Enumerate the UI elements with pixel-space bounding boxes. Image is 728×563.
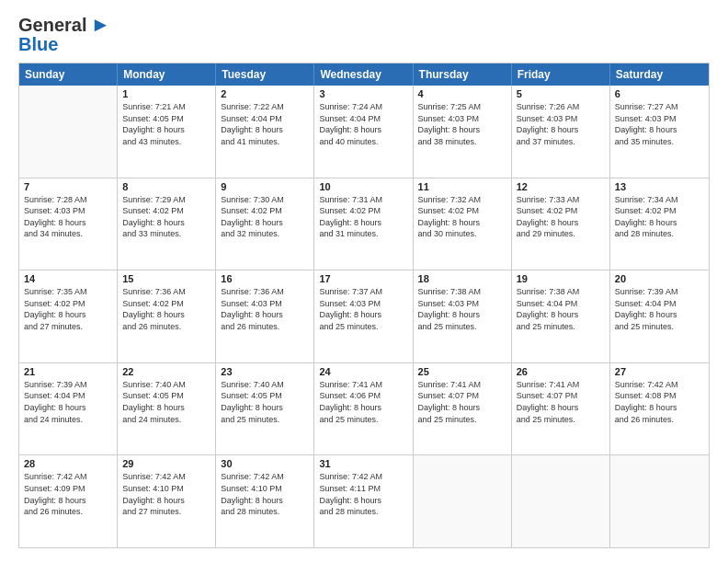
calendar-week-row: 14Sunrise: 7:35 AMSunset: 4:02 PMDayligh… — [19, 270, 709, 362]
cell-info-line: Daylight: 8 hours — [221, 495, 309, 507]
day-number: 26 — [517, 366, 605, 377]
cell-info-line: Daylight: 8 hours — [319, 217, 407, 229]
cell-info-line: Daylight: 8 hours — [517, 217, 605, 229]
cell-info-line: and 28 minutes. — [221, 506, 309, 518]
cell-info-line: Daylight: 8 hours — [122, 495, 210, 507]
day-number: 27 — [615, 366, 704, 377]
weekday-header: Wednesday — [314, 63, 413, 86]
calendar-cell: 4Sunrise: 7:25 AMSunset: 4:03 PMDaylight… — [414, 86, 512, 178]
day-number: 3 — [319, 88, 407, 99]
weekday-header: Saturday — [610, 63, 709, 86]
calendar-cell: 17Sunrise: 7:37 AMSunset: 4:03 PMDayligh… — [314, 270, 413, 362]
cell-info-line: and 38 minutes. — [418, 136, 506, 148]
day-number: 23 — [221, 366, 309, 377]
day-number: 12 — [517, 181, 605, 192]
cell-info-line: and 33 minutes. — [122, 228, 210, 240]
cell-info-line: and 26 minutes. — [221, 321, 309, 333]
cell-info-line: Daylight: 8 hours — [418, 124, 506, 136]
calendar-week-row: 28Sunrise: 7:42 AMSunset: 4:09 PMDayligh… — [19, 454, 709, 547]
day-number: 1 — [122, 88, 210, 99]
calendar-cell: 13Sunrise: 7:34 AMSunset: 4:02 PMDayligh… — [610, 178, 709, 270]
cell-info-line: Daylight: 8 hours — [319, 124, 407, 136]
day-number: 31 — [319, 458, 407, 469]
cell-info-line: Sunset: 4:03 PM — [418, 113, 506, 125]
cell-info-line: and 27 minutes. — [122, 506, 210, 518]
day-number: 22 — [122, 366, 210, 377]
cell-info-line: Daylight: 8 hours — [221, 217, 309, 229]
calendar-cell: 9Sunrise: 7:30 AMSunset: 4:02 PMDaylight… — [216, 178, 314, 270]
cell-info-line: Sunset: 4:05 PM — [122, 113, 210, 125]
cell-info-line: Sunset: 4:07 PM — [517, 390, 605, 402]
cell-info-line: Daylight: 8 hours — [319, 402, 407, 414]
weekday-header: Tuesday — [216, 63, 314, 86]
cell-info-line: Daylight: 8 hours — [221, 402, 309, 414]
cell-info-line: Sunset: 4:10 PM — [221, 483, 309, 495]
calendar-cell: 3Sunrise: 7:24 AMSunset: 4:04 PMDaylight… — [314, 86, 413, 178]
cell-info-line: and 30 minutes. — [418, 228, 506, 240]
cell-info-line: and 25 minutes. — [418, 414, 506, 426]
calendar-week-row: 7Sunrise: 7:28 AMSunset: 4:03 PMDaylight… — [19, 178, 709, 270]
cell-info-line: Sunset: 4:03 PM — [319, 298, 407, 310]
cell-info-line: Sunset: 4:02 PM — [122, 205, 210, 217]
cell-info-line: Daylight: 8 hours — [24, 217, 112, 229]
calendar-cell: 29Sunrise: 7:42 AMSunset: 4:10 PMDayligh… — [118, 455, 216, 547]
cell-info-line: Sunset: 4:03 PM — [24, 205, 112, 217]
cell-info-line: Sunset: 4:04 PM — [319, 113, 407, 125]
cell-info-line: Sunrise: 7:42 AM — [221, 471, 309, 483]
cell-info-line: Sunrise: 7:27 AM — [615, 101, 704, 113]
cell-info-line: Sunset: 4:04 PM — [24, 390, 112, 402]
cell-info-line: and 25 minutes. — [517, 321, 605, 333]
cell-info-line: Sunrise: 7:42 AM — [319, 471, 407, 483]
cell-info-line: and 43 minutes. — [122, 136, 210, 148]
cell-info-line: Daylight: 8 hours — [615, 402, 704, 414]
day-number: 8 — [122, 181, 210, 192]
cell-info-line: Sunrise: 7:36 AM — [122, 286, 210, 298]
cell-info-line: Sunrise: 7:29 AM — [122, 194, 210, 206]
day-number: 6 — [615, 88, 704, 99]
day-number: 2 — [221, 88, 309, 99]
cell-info-line: and 26 minutes. — [24, 506, 112, 518]
cell-info-line: Sunrise: 7:36 AM — [221, 286, 309, 298]
cell-info-line: and 26 minutes. — [122, 321, 210, 333]
cell-info-line: Sunset: 4:05 PM — [122, 390, 210, 402]
calendar-cell: 12Sunrise: 7:33 AMSunset: 4:02 PMDayligh… — [512, 178, 610, 270]
calendar-cell: 16Sunrise: 7:36 AMSunset: 4:03 PMDayligh… — [216, 270, 314, 362]
cell-info-line: Sunrise: 7:24 AM — [319, 101, 407, 113]
calendar-cell — [512, 455, 610, 547]
calendar-cell: 1Sunrise: 7:21 AMSunset: 4:05 PMDaylight… — [118, 86, 216, 178]
cell-info-line: and 34 minutes. — [24, 228, 112, 240]
calendar-cell: 22Sunrise: 7:40 AMSunset: 4:05 PMDayligh… — [118, 363, 216, 455]
cell-info-line: Sunrise: 7:22 AM — [221, 101, 309, 113]
logo-general: General — [18, 16, 86, 34]
cell-info-line: Sunset: 4:02 PM — [122, 298, 210, 310]
day-number: 16 — [221, 273, 309, 284]
day-number: 29 — [122, 458, 210, 469]
cell-info-line: Sunrise: 7:42 AM — [24, 471, 112, 483]
cell-info-line: Sunset: 4:02 PM — [24, 298, 112, 310]
cell-info-line: Daylight: 8 hours — [615, 309, 704, 321]
cell-info-line: Daylight: 8 hours — [221, 309, 309, 321]
cell-info-line: Sunrise: 7:41 AM — [319, 379, 407, 391]
calendar-cell — [610, 455, 709, 547]
calendar-header: SundayMondayTuesdayWednesdayThursdayFrid… — [19, 63, 709, 86]
calendar-cell: 15Sunrise: 7:36 AMSunset: 4:02 PMDayligh… — [118, 270, 216, 362]
cell-info-line: and 28 minutes. — [615, 228, 704, 240]
day-number: 14 — [24, 273, 112, 284]
cell-info-line: Sunset: 4:11 PM — [319, 483, 407, 495]
calendar-cell: 30Sunrise: 7:42 AMSunset: 4:10 PMDayligh… — [216, 455, 314, 547]
cell-info-line: and 25 minutes. — [319, 321, 407, 333]
cell-info-line: Daylight: 8 hours — [517, 124, 605, 136]
cell-info-line: Sunrise: 7:21 AM — [122, 101, 210, 113]
cell-info-line: Sunset: 4:08 PM — [615, 390, 704, 402]
cell-info-line: Sunset: 4:02 PM — [517, 205, 605, 217]
cell-info-line: and 24 minutes. — [24, 414, 112, 426]
logo: General ► Blue — [18, 15, 110, 53]
day-number: 10 — [319, 181, 407, 192]
day-number: 21 — [24, 366, 112, 377]
cell-info-line: Daylight: 8 hours — [221, 124, 309, 136]
calendar-cell: 10Sunrise: 7:31 AMSunset: 4:02 PMDayligh… — [314, 178, 413, 270]
calendar-cell: 27Sunrise: 7:42 AMSunset: 4:08 PMDayligh… — [610, 363, 709, 455]
weekday-header: Thursday — [414, 63, 512, 86]
cell-info-line: Sunrise: 7:30 AM — [221, 194, 309, 206]
calendar-cell: 19Sunrise: 7:38 AMSunset: 4:04 PMDayligh… — [512, 270, 610, 362]
